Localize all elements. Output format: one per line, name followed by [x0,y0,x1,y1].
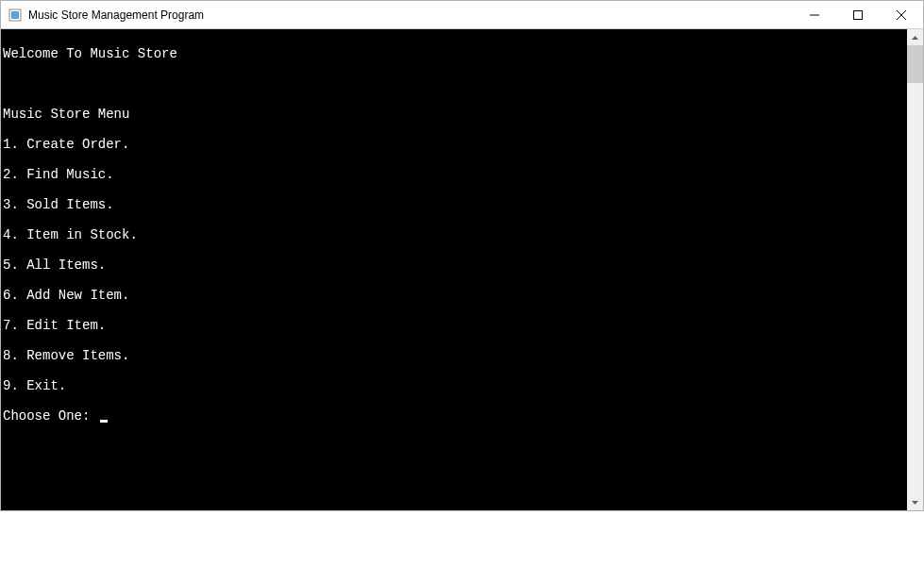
maximize-button[interactable] [836,1,880,28]
console-menu-title: Music Store Menu [3,107,907,122]
console-menu-item: 5. All Items. [3,258,907,273]
app-icon [8,8,23,23]
minimize-button[interactable] [793,1,836,28]
console-menu-item: 8. Remove Items. [3,348,907,363]
app-window: Music Store Management Program Welcome T… [0,0,924,511]
close-button[interactable] [880,1,923,28]
console-blank-line [3,76,907,91]
scroll-up-button[interactable] [907,29,923,45]
console-menu-item: 2. Find Music. [3,167,907,182]
console-welcome-line: Welcome To Music Store [3,46,907,61]
console-output[interactable]: Welcome To Music Store Music Store Menu … [1,29,907,510]
window-title: Music Store Management Program [28,8,793,22]
titlebar: Music Store Management Program [1,1,923,29]
console-menu-item: 6. Add New Item. [3,288,907,303]
cursor-icon [100,420,108,423]
svg-rect-3 [854,10,863,19]
console-menu-item: 4. Item in Stock. [3,227,907,242]
console-prompt-text: Choose One: [3,408,98,424]
svg-marker-6 [912,36,918,40]
console-menu-item: 7. Edit Item. [3,318,907,333]
client-area: Welcome To Music Store Music Store Menu … [1,29,923,510]
scroll-track[interactable] [907,45,923,494]
scroll-thumb[interactable] [907,45,923,83]
console-prompt-line: Choose One: [3,408,907,424]
window-controls [793,1,923,28]
console-menu-item: 3. Sold Items. [3,197,907,212]
scroll-down-button[interactable] [907,494,923,510]
svg-marker-7 [912,501,918,505]
vertical-scrollbar[interactable] [907,29,923,510]
console-menu-item: 1. Create Order. [3,137,907,152]
svg-rect-1 [11,11,19,19]
console-menu-item: 9. Exit. [3,378,907,393]
